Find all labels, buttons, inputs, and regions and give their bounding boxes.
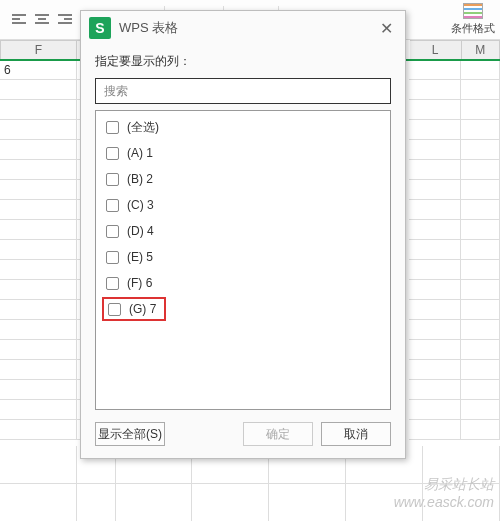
conditional-formatting-label: 条件格式: [451, 21, 495, 36]
dialog-prompt: 指定要显示的列：: [95, 53, 391, 70]
align-left-icon[interactable]: [8, 9, 30, 31]
cell[interactable]: 6: [0, 60, 77, 80]
cancel-button[interactable]: 取消: [321, 422, 391, 446]
column-list[interactable]: (全选)(A) 1(B) 2(C) 3(D) 4(E) 5(F) 6(G) 7: [95, 110, 391, 410]
list-item-label: (B) 2: [127, 172, 153, 186]
ok-button: 确定: [243, 422, 313, 446]
column-header[interactable]: M: [462, 40, 500, 60]
list-item-label: (C) 3: [127, 198, 154, 212]
dialog-buttons: 显示全部(S) 确定 取消: [95, 422, 391, 446]
list-item[interactable]: (G) 7: [102, 297, 166, 321]
list-item[interactable]: (B) 2: [106, 169, 380, 189]
list-item[interactable]: (C) 3: [106, 195, 380, 215]
checkbox[interactable]: [106, 225, 119, 238]
checkbox[interactable]: [106, 199, 119, 212]
checkbox[interactable]: [106, 147, 119, 160]
cell[interactable]: [409, 60, 461, 80]
checkbox[interactable]: [106, 173, 119, 186]
search-input[interactable]: [102, 83, 384, 99]
list-item[interactable]: (A) 1: [106, 143, 380, 163]
list-item-label: (全选): [127, 119, 159, 136]
align-center-icon[interactable]: [31, 9, 53, 31]
list-item-label: (G) 7: [129, 302, 156, 316]
list-item[interactable]: (全选): [106, 117, 380, 137]
cell[interactable]: [461, 60, 500, 80]
close-icon: ✕: [380, 19, 393, 38]
column-header[interactable]: L: [410, 40, 462, 60]
checkbox[interactable]: [108, 303, 121, 316]
list-item-label: (F) 6: [127, 276, 152, 290]
wps-spreadsheet-icon: S: [89, 17, 111, 39]
dialog-title: WPS 表格: [119, 19, 178, 37]
list-item[interactable]: (D) 4: [106, 221, 380, 241]
checkbox[interactable]: [106, 121, 119, 134]
checkbox[interactable]: [106, 251, 119, 264]
align-group: [4, 9, 80, 31]
align-right-icon[interactable]: [54, 9, 76, 31]
conditional-formatting-icon: [463, 3, 483, 19]
list-item-label: (D) 4: [127, 224, 154, 238]
column-chooser-dialog: S WPS 表格 ✕ 指定要显示的列： (全选)(A) 1(B) 2(C) 3(…: [80, 10, 406, 459]
list-item-label: (E) 5: [127, 250, 153, 264]
search-box: [95, 78, 391, 104]
column-header[interactable]: F: [0, 40, 77, 60]
list-item[interactable]: (E) 5: [106, 247, 380, 267]
show-all-button[interactable]: 显示全部(S): [95, 422, 165, 446]
list-item[interactable]: (F) 6: [106, 273, 380, 293]
checkbox[interactable]: [106, 277, 119, 290]
list-item-label: (A) 1: [127, 146, 153, 160]
dialog-body: 指定要显示的列： (全选)(A) 1(B) 2(C) 3(D) 4(E) 5(F…: [81, 45, 405, 458]
dialog-titlebar[interactable]: S WPS 表格 ✕: [81, 11, 405, 45]
list-item-highlighted: (G) 7: [106, 299, 380, 319]
close-button[interactable]: ✕: [375, 17, 397, 39]
conditional-formatting-button[interactable]: 条件格式: [450, 1, 496, 39]
